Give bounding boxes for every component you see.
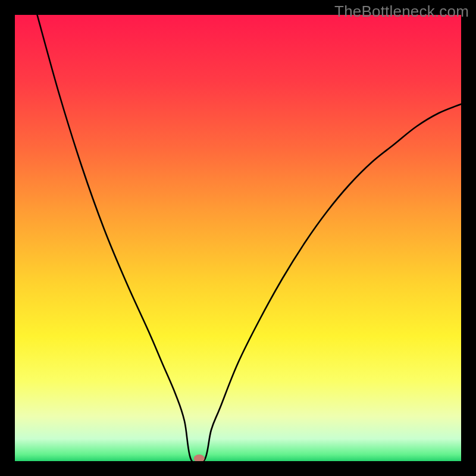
gradient-background (15, 15, 461, 461)
bottleneck-chart (15, 15, 461, 461)
watermark-text: TheBottleneck.com (334, 2, 469, 21)
chart-frame: TheBottleneck.com (0, 0, 476, 476)
